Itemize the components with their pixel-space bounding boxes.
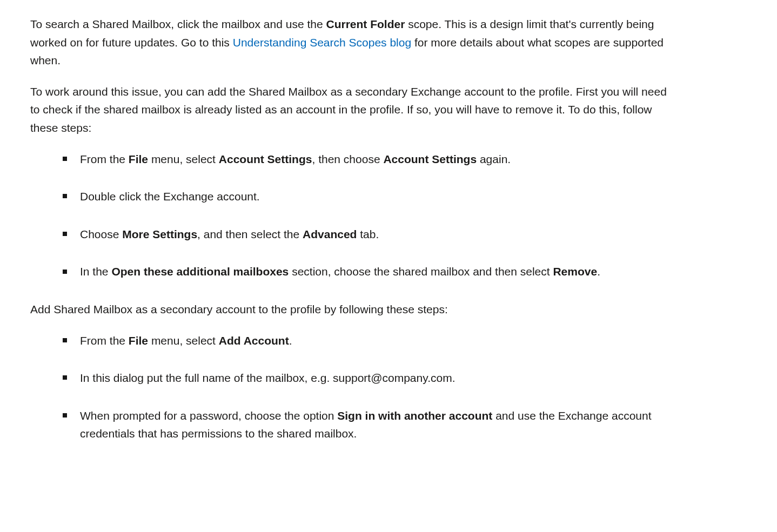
- text-segment: In this dialog put the full name of the …: [80, 372, 455, 384]
- bold-text: Advanced: [303, 228, 357, 240]
- bold-text: Sign in with another account: [337, 409, 492, 422]
- text-segment: section, choose the shared mailbox and t…: [289, 265, 553, 278]
- intro-paragraph-1: To search a Shared Mailbox, click the ma…: [30, 15, 679, 70]
- bold-text: Open these additional mailboxes: [111, 265, 289, 278]
- bold-text: Add Account: [219, 334, 289, 347]
- bold-text: Account Settings: [219, 153, 312, 165]
- list-item: From the File menu, select Add Account.: [63, 332, 679, 350]
- remove-mailbox-steps-list: From the File menu, select Account Setti…: [30, 150, 679, 281]
- text-segment: From the: [80, 153, 129, 165]
- list-item: Choose More Settings, and then select th…: [63, 225, 679, 244]
- list-item: In the Open these additional mailboxes s…: [63, 262, 679, 281]
- text-segment: Choose: [80, 228, 122, 240]
- text-segment: again.: [477, 153, 511, 165]
- bold-text: File: [129, 153, 148, 165]
- add-account-intro-paragraph: Add Shared Mailbox as a secondary accoun…: [30, 300, 679, 319]
- text-segment: menu, select: [148, 334, 219, 347]
- bold-text: More Settings: [122, 228, 197, 240]
- add-account-steps-list: From the File menu, select Add Account. …: [30, 332, 679, 443]
- text-segment: tab.: [357, 228, 379, 240]
- text-segment: When prompted for a password, choose the…: [80, 409, 337, 422]
- text-segment: Double click the Exchange account.: [80, 190, 260, 203]
- list-item: When prompted for a password, choose the…: [63, 407, 679, 443]
- bold-text: Remove: [553, 265, 597, 278]
- text-segment: .: [289, 334, 292, 347]
- text-segment: , then choose: [312, 153, 383, 165]
- text-segment: menu, select: [148, 153, 219, 165]
- bold-text: Current Folder: [326, 18, 405, 30]
- bold-text: Account Settings: [383, 153, 477, 165]
- list-item: From the File menu, select Account Setti…: [63, 150, 679, 169]
- text-segment: In the: [80, 265, 111, 278]
- search-scopes-blog-link[interactable]: Understanding Search Scopes blog: [233, 36, 411, 49]
- list-item: In this dialog put the full name of the …: [63, 369, 679, 387]
- bold-text: File: [129, 334, 148, 347]
- list-item: Double click the Exchange account.: [63, 187, 679, 206]
- text-segment: To search a Shared Mailbox, click the ma…: [30, 18, 326, 30]
- text-segment: , and then select the: [197, 228, 303, 240]
- text-segment: .: [597, 265, 600, 278]
- intro-paragraph-2: To work around this issue, you can add t…: [30, 83, 679, 137]
- text-segment: From the: [80, 334, 129, 347]
